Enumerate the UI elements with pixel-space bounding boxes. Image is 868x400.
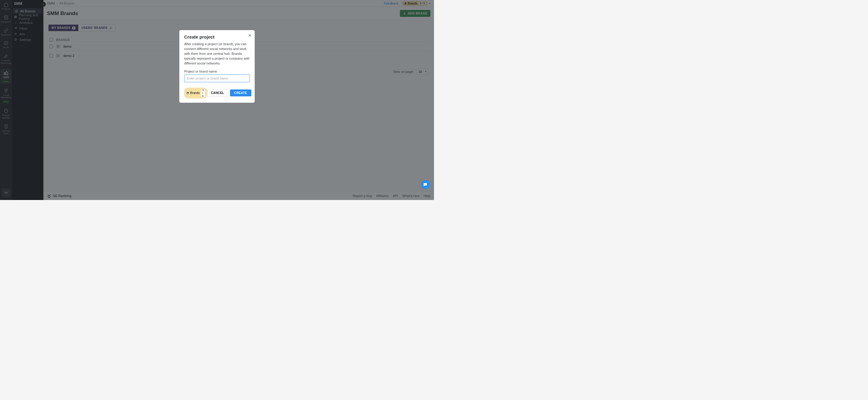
modal-chip-count: 3 / 5	[201, 89, 205, 98]
modal-input-label: Project or brand name	[184, 70, 250, 73]
chat-fab[interactable]	[421, 180, 430, 189]
gauge-icon: ◔	[186, 91, 189, 95]
modal-description: After creating a project (or brand), you…	[184, 42, 250, 66]
modal-close-button[interactable]: ✕	[248, 33, 252, 38]
close-icon: ✕	[248, 33, 252, 38]
chat-icon	[423, 182, 428, 187]
create-button[interactable]: CREATE	[230, 90, 251, 96]
modal-footer: ◔ Brands 3 / 5 CANCEL CREATE	[184, 88, 250, 99]
modal-brands-chip: ◔ Brands 3 / 5	[184, 88, 207, 99]
modal-chip-label: Brands	[190, 91, 200, 95]
cancel-label: CANCEL	[211, 91, 224, 95]
project-name-input[interactable]	[184, 74, 250, 82]
cancel-button[interactable]: CANCEL	[207, 89, 228, 97]
modal-title: Create project	[184, 34, 250, 39]
modal-overlay[interactable]: ✕ Create project After creating a projec…	[0, 0, 434, 200]
create-project-modal: ✕ Create project After creating a projec…	[179, 30, 255, 103]
create-label: CREATE	[234, 91, 247, 95]
